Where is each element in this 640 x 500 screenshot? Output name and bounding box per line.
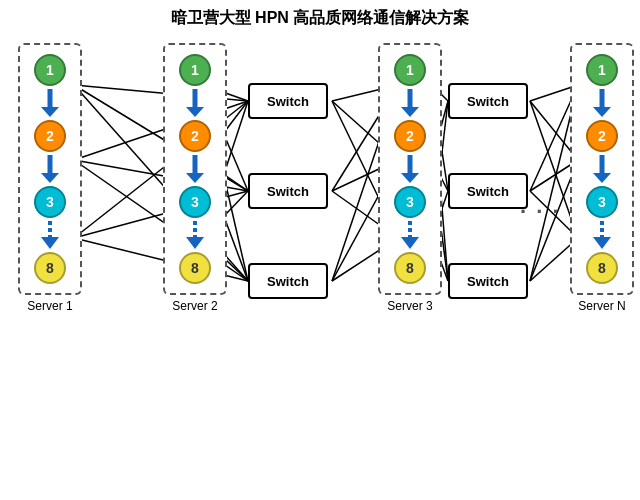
svg-marker-68 bbox=[593, 237, 611, 249]
server1-node8: 8 bbox=[34, 252, 66, 284]
server1-node1: 1 bbox=[34, 54, 66, 86]
serverN-node1: 1 bbox=[586, 54, 618, 86]
svg-marker-50 bbox=[41, 237, 59, 249]
svg-marker-62 bbox=[401, 237, 419, 249]
arrow-dashed-icon bbox=[401, 221, 419, 249]
server3-rack: 1 2 3 8 bbox=[378, 43, 442, 295]
arrow-dashed-icon bbox=[186, 221, 204, 249]
server2-column: 1 2 3 8 Server 2 bbox=[155, 43, 235, 313]
server1-label: Server 1 bbox=[27, 299, 72, 313]
serverN-node3: 3 bbox=[586, 186, 618, 218]
arrow-down-icon bbox=[41, 89, 59, 117]
server3-column: 1 2 3 8 Server 3 bbox=[370, 43, 450, 313]
svg-marker-64 bbox=[593, 107, 611, 117]
server2-node8: 8 bbox=[179, 252, 211, 284]
server3-node2: 2 bbox=[394, 120, 426, 152]
switch1: Switch bbox=[248, 83, 328, 119]
server3-node1: 1 bbox=[394, 54, 426, 86]
arrow-down-icon bbox=[186, 155, 204, 183]
svg-marker-54 bbox=[186, 173, 204, 183]
server3-node3: 3 bbox=[394, 186, 426, 218]
svg-marker-48 bbox=[41, 173, 59, 183]
server1-column: 1 2 3 8 Server 1 bbox=[10, 43, 90, 313]
svg-marker-66 bbox=[593, 173, 611, 183]
arrow-down-icon bbox=[593, 155, 611, 183]
switch6: Switch bbox=[448, 263, 528, 299]
serverN-node2: 2 bbox=[586, 120, 618, 152]
server2-rack: 1 2 3 8 bbox=[163, 43, 227, 295]
arrow-down-icon bbox=[401, 89, 419, 117]
serverN-column: 1 2 3 8 Server N bbox=[562, 43, 640, 313]
arrow-down-icon bbox=[593, 89, 611, 117]
server1-rack: 1 2 3 8 bbox=[18, 43, 82, 295]
arrow-dashed-icon bbox=[41, 221, 59, 249]
svg-marker-56 bbox=[186, 237, 204, 249]
arrow-down-icon bbox=[186, 89, 204, 117]
switch4: Switch bbox=[448, 83, 528, 119]
page-title: 暗卫营大型 HPN 高品质网络通信解决方案 bbox=[0, 0, 640, 33]
svg-marker-58 bbox=[401, 107, 419, 117]
server2-node1: 1 bbox=[179, 54, 211, 86]
server2-node2: 2 bbox=[179, 120, 211, 152]
arrow-down-icon bbox=[41, 155, 59, 183]
svg-marker-52 bbox=[186, 107, 204, 117]
server2-node3: 3 bbox=[179, 186, 211, 218]
switch2: Switch bbox=[248, 173, 328, 209]
server3-node8: 8 bbox=[394, 252, 426, 284]
serverN-node8: 8 bbox=[586, 252, 618, 284]
switch3: Switch bbox=[248, 263, 328, 299]
switch5: Switch bbox=[448, 173, 528, 209]
serverN-label: Server N bbox=[578, 299, 625, 313]
serverN-rack: 1 2 3 8 bbox=[570, 43, 634, 295]
arrow-dashed-icon bbox=[593, 221, 611, 249]
server2-label: Server 2 bbox=[172, 299, 217, 313]
server1-node3: 3 bbox=[34, 186, 66, 218]
svg-marker-60 bbox=[401, 173, 419, 183]
server3-label: Server 3 bbox=[387, 299, 432, 313]
svg-marker-46 bbox=[41, 107, 59, 117]
arrow-down-icon bbox=[401, 155, 419, 183]
server1-node2: 2 bbox=[34, 120, 66, 152]
